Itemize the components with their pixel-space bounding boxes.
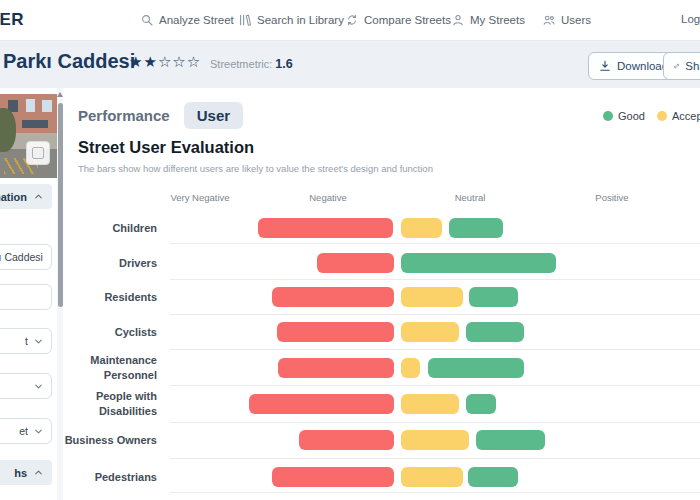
- nav-my-streets[interactable]: My Streets: [452, 0, 525, 40]
- legend-label: Acceptable: [672, 110, 700, 122]
- legend-acceptable: Acceptable: [657, 110, 700, 122]
- sidebar-dropdown-3[interactable]: et: [0, 418, 52, 444]
- street-name-input[interactable]: [0, 244, 52, 270]
- streetmeter-app: METER Analyze StreetSearch in LibraryCom…: [0, 0, 700, 500]
- nav-search-in-library[interactable]: Search in Library: [239, 0, 344, 40]
- scroll-up-arrow[interactable]: [57, 92, 63, 97]
- nav-compare-streets[interactable]: Compare Streets: [346, 0, 451, 40]
- tab-performance[interactable]: Performance: [78, 107, 170, 124]
- search-icon: [141, 14, 153, 26]
- person-icon: [452, 14, 464, 26]
- section-label: mation: [0, 191, 27, 203]
- library-icon: [239, 14, 251, 26]
- download-icon: [599, 60, 611, 72]
- share-button[interactable]: Share: [663, 52, 700, 80]
- streetview-control[interactable]: [26, 141, 50, 165]
- streetmetric: Streetmetric:1.6: [210, 57, 293, 71]
- dropdown-value: t: [25, 335, 28, 347]
- nav-label: Search in Library: [257, 14, 344, 26]
- section-label: hs: [14, 467, 27, 479]
- top-nav: METER Analyze StreetSearch in LibraryCom…: [0, 0, 700, 41]
- photo-window: [22, 120, 48, 128]
- street-photo[interactable]: [0, 94, 57, 178]
- nav-label: Users: [561, 14, 591, 26]
- nav-analyze-street[interactable]: Analyze Street: [141, 0, 234, 40]
- download-label: Download: [617, 60, 668, 72]
- star-rating: ★★☆☆☆: [129, 53, 201, 71]
- photo-window: [26, 99, 35, 112]
- legend-dot: [657, 111, 667, 121]
- main-nav: Analyze StreetSearch in LibraryCompare S…: [0, 0, 700, 40]
- street-title-bar: Parkı Caddesi ★★☆☆☆ Streetmetric:1.6 Dow…: [0, 41, 700, 89]
- star-empty-icon: ☆: [172, 53, 186, 70]
- nav-label: My Streets: [470, 14, 525, 26]
- tab-user[interactable]: User: [184, 102, 243, 129]
- dropdown-value: et: [19, 425, 28, 437]
- chevron-down-icon: [33, 381, 44, 392]
- chevron-down-icon: [33, 426, 44, 437]
- star-filled-icon: ★: [143, 53, 157, 70]
- view-tabs: Performance User: [78, 102, 243, 129]
- section-heading: Street User Evaluation: [78, 138, 254, 157]
- chart-legend: GoodAcceptable: [603, 110, 700, 122]
- sidebar-dropdown-1[interactable]: t: [0, 328, 52, 354]
- sidebar-input-2[interactable]: [0, 284, 52, 310]
- sidebar-section-widths[interactable]: hs: [0, 460, 52, 485]
- users-icon: [543, 14, 555, 26]
- sidebar-section-general-information[interactable]: mation: [0, 184, 52, 209]
- nav-label: Compare Streets: [364, 14, 451, 26]
- star-empty-icon: ☆: [158, 53, 172, 70]
- legend-good: Good: [603, 110, 645, 122]
- streetmetric-label: Streetmetric:: [210, 58, 272, 70]
- legend-label: Good: [618, 110, 645, 122]
- scrollbar-thumb[interactable]: [58, 103, 63, 307]
- main-panel: Performance User GoodAcceptable Street U…: [63, 88, 700, 500]
- chevron-down-icon: [33, 336, 44, 347]
- sidebar: mation t et hs: [0, 88, 63, 500]
- link-icon: [674, 60, 679, 72]
- photo-window: [42, 100, 52, 112]
- section-subheading: The bars show how different users are li…: [78, 163, 433, 174]
- share-label: Share: [685, 60, 700, 72]
- sidebar-dropdown-2[interactable]: [0, 373, 52, 399]
- legend-dot: [603, 111, 613, 121]
- star-empty-icon: ☆: [187, 53, 201, 70]
- logout-link[interactable]: Log out: [681, 13, 700, 25]
- chevron-up-icon: [33, 467, 44, 478]
- chevron-up-icon: [33, 191, 44, 202]
- star-filled-icon: ★: [129, 53, 143, 70]
- compare-icon: [346, 14, 358, 26]
- street-name-title: Parkı Caddesi: [3, 50, 135, 73]
- nav-users[interactable]: Users: [543, 0, 591, 40]
- streetmetric-value: 1.6: [275, 57, 292, 71]
- nav-label: Analyze Street: [159, 14, 234, 26]
